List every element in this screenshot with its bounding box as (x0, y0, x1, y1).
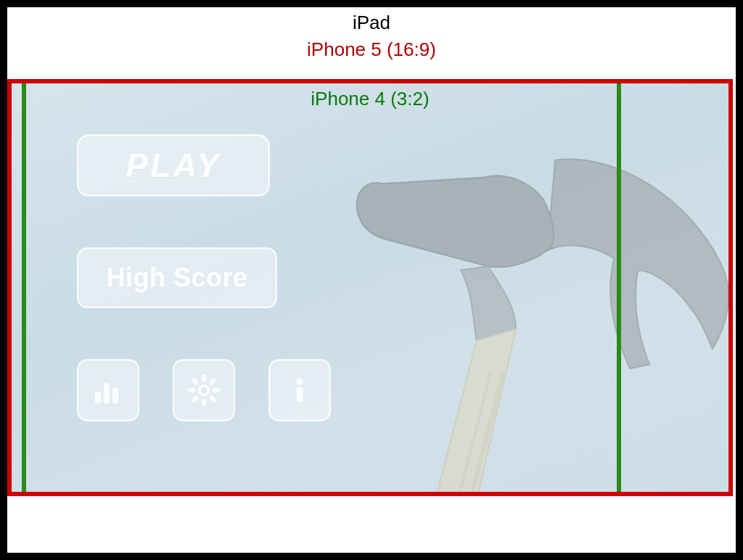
stats-button[interactable] (77, 359, 139, 421)
stats-icon (92, 374, 124, 406)
highscore-button-label: High Score (106, 263, 247, 293)
svg-rect-9 (191, 395, 199, 403)
iphone4-guide-left (22, 83, 26, 492)
svg-rect-7 (213, 388, 220, 392)
ipad-label: iPad (7, 10, 736, 36)
svg-rect-2 (112, 387, 118, 403)
hammer-image (280, 105, 733, 496)
play-button[interactable]: PLAY (77, 134, 270, 197)
svg-point-13 (297, 379, 303, 385)
settings-button[interactable] (173, 359, 235, 421)
svg-rect-6 (188, 388, 195, 392)
svg-rect-5 (202, 399, 206, 406)
iphone4-guide-right (617, 83, 621, 492)
iphone5-label: iPhone 5 (16:9) (7, 37, 736, 62)
gear-icon (186, 373, 221, 408)
main-menu: PLAY High Score (77, 134, 331, 421)
info-icon (284, 374, 316, 406)
play-button-label: PLAY (126, 146, 221, 185)
ipad-frame: iPad iPhone 5 (16:9) iPhone 4 (3:2) PLAY… (0, 0, 743, 560)
info-button[interactable] (268, 359, 331, 421)
svg-rect-10 (191, 377, 199, 385)
highscore-button[interactable]: High Score (77, 247, 277, 308)
svg-rect-0 (95, 392, 101, 403)
svg-point-12 (201, 387, 207, 393)
svg-rect-8 (208, 377, 216, 385)
frame-labels: iPad iPhone 5 (16:9) (7, 10, 736, 62)
iphone5-frame: iPhone 4 (3:2) PLAY High Score (7, 79, 733, 496)
icon-button-row (77, 359, 331, 421)
svg-rect-11 (208, 395, 216, 403)
svg-rect-14 (297, 387, 303, 402)
svg-rect-1 (104, 383, 110, 403)
svg-rect-4 (202, 374, 206, 382)
